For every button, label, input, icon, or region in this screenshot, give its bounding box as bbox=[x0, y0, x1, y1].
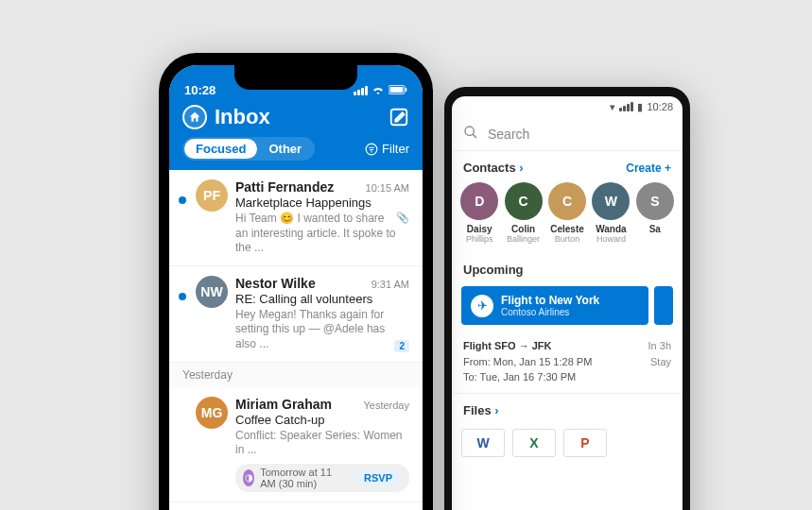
chevron-right-icon: › bbox=[519, 161, 523, 175]
calendar-icon: ◑ bbox=[243, 469, 254, 486]
contact-item[interactable]: W Wanda Howard bbox=[591, 182, 631, 244]
signal-icon bbox=[619, 102, 633, 111]
message-time: 10:15 AM bbox=[366, 182, 409, 194]
word-file-tile[interactable]: W bbox=[461, 429, 505, 457]
avatar: PF bbox=[196, 179, 228, 212]
search-placeholder: Search bbox=[488, 127, 529, 142]
flight-to: To: Tue, Jan 16 7:30 PM bbox=[463, 369, 592, 385]
powerpoint-file-tile[interactable]: P bbox=[563, 429, 607, 457]
rsvp-button[interactable]: RSVP bbox=[354, 469, 402, 486]
plus-icon: + bbox=[665, 162, 671, 175]
avatar: C bbox=[548, 182, 586, 220]
message-preview: Hey Megan! Thanks again for setting this… bbox=[235, 308, 394, 352]
android-screen: ▾ ▮ 10:28 Search Contacts › Create + D bbox=[452, 96, 682, 510]
contact-first: Sa bbox=[649, 224, 661, 234]
message-preview: Hi Team 😊 I wanted to share an interesti… bbox=[235, 212, 409, 256]
event-time: Tomorrow at 11 AM (30 min) bbox=[260, 467, 349, 489]
svg-rect-2 bbox=[406, 88, 407, 93]
battery-icon bbox=[389, 83, 407, 97]
contact-last: Burton bbox=[555, 234, 580, 244]
contact-first: Daisy bbox=[467, 224, 492, 234]
message-time: Yesterday bbox=[363, 400, 409, 411]
unread-dot-icon bbox=[179, 196, 186, 204]
flight-card[interactable]: ✈ Flight to New York Contoso Airlines bbox=[461, 286, 648, 325]
avatar: S bbox=[636, 182, 674, 220]
android-status-bar: ▾ ▮ 10:28 bbox=[452, 96, 682, 117]
upcoming-section-header: Upcoming bbox=[452, 253, 682, 280]
flight-card-title: Flight to New York bbox=[501, 294, 599, 307]
avatar: MG bbox=[196, 397, 228, 429]
contact-last: Phillips bbox=[466, 234, 493, 244]
message-preview: Conflict: Speaker Series: Women in ... bbox=[235, 429, 409, 458]
iphone-device: 10:28 Inbox bbox=[159, 53, 433, 510]
message-subject: Coffee Catch-up bbox=[235, 413, 409, 427]
tab-other[interactable]: Other bbox=[257, 139, 313, 159]
contacts-row[interactable]: D Daisy Phillips C Colin Ballinger C Cel… bbox=[452, 178, 682, 253]
contact-first: Celeste bbox=[550, 224, 584, 234]
avatar: D bbox=[460, 182, 498, 220]
section-header-yesterday: Yesterday bbox=[169, 363, 423, 387]
flight-from: From: Mon, Jan 15 1:28 PM bbox=[463, 354, 592, 370]
contact-item[interactable]: C Colin Ballinger bbox=[503, 182, 543, 244]
calendar-event-chip[interactable]: ◑ Tomorrow at 11 AM (30 min) RSVP bbox=[235, 464, 409, 492]
message-item[interactable]: AD Allan Deyoung Yesterday New Project P… bbox=[169, 502, 423, 510]
contact-first: Colin bbox=[511, 224, 535, 234]
ios-status-time: 10:28 bbox=[184, 83, 216, 97]
avatar: C bbox=[505, 182, 543, 220]
wifi-icon: ▾ bbox=[610, 101, 615, 113]
message-subject: Marketplace Happenings bbox=[235, 196, 409, 210]
flight-details[interactable]: Flight SFO → JFK From: Mon, Jan 15 1:28 … bbox=[452, 331, 682, 394]
android-status-time: 10:28 bbox=[647, 101, 673, 112]
flight-route: Flight SFO → JFK bbox=[463, 338, 592, 354]
home-icon[interactable] bbox=[182, 105, 207, 129]
upcoming-label: Upcoming bbox=[463, 263, 524, 277]
message-item[interactable]: PF Patti Fernandez 10:15 AM Marketplace … bbox=[169, 170, 423, 266]
message-item[interactable]: NW Nestor Wilke 9:31 AM RE: Calling all … bbox=[169, 266, 423, 363]
flight-card-sub: Contoso Airlines bbox=[501, 307, 599, 317]
files-label[interactable]: Files bbox=[463, 403, 492, 417]
message-subject: RE: Calling all volunteers bbox=[235, 292, 409, 306]
avatar: NW bbox=[196, 276, 228, 308]
search-bar[interactable]: Search bbox=[452, 117, 682, 151]
iphone-screen: 10:28 Inbox bbox=[169, 65, 423, 510]
contact-item[interactable]: D Daisy Phillips bbox=[459, 182, 499, 244]
contact-item[interactable]: C Celeste Burton bbox=[547, 182, 587, 244]
message-item[interactable]: MG Miriam Graham Yesterday Coffee Catch-… bbox=[169, 387, 423, 502]
stay-label: Stay bbox=[648, 354, 671, 370]
sender-name: Patti Fernandez bbox=[235, 179, 334, 195]
avatar: W bbox=[592, 182, 630, 220]
files-row: W X P bbox=[452, 421, 682, 465]
contact-first: Wanda bbox=[596, 224, 626, 234]
search-icon bbox=[463, 125, 478, 143]
inbox-header: Inbox Focused Other Filter bbox=[169, 99, 423, 170]
thread-count-badge: 2 bbox=[394, 340, 409, 352]
contact-last: Ballinger bbox=[507, 234, 540, 244]
wifi-icon bbox=[371, 83, 385, 97]
iphone-notch bbox=[234, 65, 357, 90]
unread-dot-icon bbox=[179, 293, 186, 300]
excel-file-tile[interactable]: X bbox=[512, 429, 556, 457]
filter-label: Filter bbox=[382, 142, 409, 156]
chevron-right-icon: › bbox=[494, 403, 498, 417]
battery-icon: ▮ bbox=[637, 101, 643, 113]
android-device: ▾ ▮ 10:28 Search Contacts › Create + D bbox=[444, 87, 690, 510]
contacts-label[interactable]: Contacts bbox=[463, 161, 516, 175]
inbox-title: Inbox bbox=[215, 105, 270, 129]
contacts-section-header: Contacts › Create + bbox=[452, 151, 682, 178]
svg-rect-1 bbox=[390, 87, 404, 93]
flight-eta: In 3h bbox=[648, 338, 671, 354]
contact-item[interactable]: S Sa bbox=[635, 182, 675, 244]
ios-status-icons bbox=[354, 83, 407, 97]
message-time: 9:31 AM bbox=[371, 279, 409, 290]
attachment-icon: 📎 bbox=[396, 212, 409, 224]
compose-icon[interactable] bbox=[389, 107, 409, 128]
contact-last: Howard bbox=[596, 234, 626, 244]
tab-focused[interactable]: Focused bbox=[184, 139, 257, 159]
sender-name: Miriam Graham bbox=[235, 397, 332, 412]
upcoming-card-peek[interactable] bbox=[654, 286, 673, 325]
create-contact-button[interactable]: Create + bbox=[626, 162, 671, 175]
inbox-tabs: Focused Other bbox=[182, 137, 315, 161]
message-list[interactable]: PF Patti Fernandez 10:15 AM Marketplace … bbox=[169, 170, 423, 510]
filter-button[interactable]: Filter bbox=[365, 142, 409, 156]
files-section-header: Files › bbox=[452, 394, 682, 421]
